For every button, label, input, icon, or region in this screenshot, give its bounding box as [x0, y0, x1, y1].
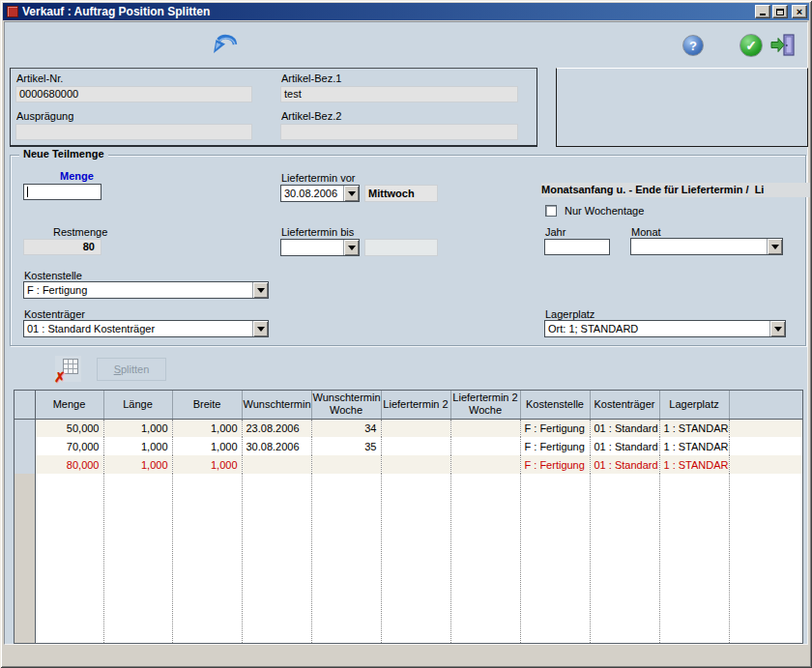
monat-label: Monat	[631, 226, 661, 238]
cell-lagerplatz: 1 : STANDARD	[659, 437, 729, 455]
minimize-button[interactable]	[755, 5, 770, 18]
cell-liefertermin2-woche	[450, 437, 520, 455]
jahr-input[interactable]	[544, 239, 610, 255]
artikel-bez2-label: Artikel-Bez.2	[281, 110, 341, 122]
table-row[interactable]: 70,000 1,000 1,000 30.08.2006 35 F : Fer…	[14, 437, 802, 455]
table-header-row: Menge Länge Breite Wunschtermin Wunschte…	[14, 391, 802, 419]
cell-wunschtermin	[242, 455, 311, 474]
cell-lagerplatz: 1 : STANDARD	[659, 419, 729, 437]
splitten-button[interactable]: Splitten	[97, 358, 166, 381]
cell-liefertermin2-woche	[450, 455, 520, 474]
col-header-menge: Menge	[35, 391, 103, 419]
col-header-filler	[729, 391, 802, 419]
kostenstelle-label: Kostenstelle	[24, 270, 82, 281]
col-header-lagerplatz: Lagerplatz	[659, 391, 729, 419]
col-header-wunschtermin: Wunschtermin	[242, 391, 311, 419]
chevron-down-icon	[771, 245, 779, 249]
artikel-bez1-field: test	[280, 86, 518, 102]
monat-combobox[interactable]	[630, 238, 783, 255]
nur-wochentage-checkbox[interactable]	[545, 205, 557, 217]
liefertermin-bis-weekday-field	[364, 239, 438, 256]
cell-liefertermin2	[381, 437, 450, 455]
liefertermin-bis-combobox[interactable]	[280, 239, 360, 256]
exit-icon	[770, 33, 797, 57]
cell-kostenstelle: F : Fertigung	[520, 437, 590, 455]
cell-wunschtermin-woche	[311, 455, 381, 474]
kostenstelle-value: F : Fertigung	[24, 282, 252, 298]
info-panel	[556, 68, 808, 147]
menge-input[interactable]	[23, 184, 102, 200]
cell-kostentraeger: 01 : Standard	[590, 455, 659, 474]
col-header-kostentraeger: Kostenträger	[590, 391, 659, 419]
liefertermin-vor-value: 30.08.2006	[281, 186, 343, 201]
cell-kostenstelle: F : Fertigung	[520, 419, 590, 437]
cell-breite: 1,000	[172, 437, 242, 455]
liefertermin-vor-combobox[interactable]: 30.08.2006	[280, 185, 360, 202]
col-header-liefertermin2: Liefertermin 2	[381, 391, 450, 419]
exit-button[interactable]	[770, 33, 797, 59]
chevron-down-icon	[257, 327, 265, 332]
titlebar[interactable]: Verkauf : Auftrag Position Splitten ×	[3, 3, 809, 20]
weekday-field: Mittwoch	[364, 185, 438, 202]
window-title: Verkauf : Auftrag Position Splitten	[22, 5, 753, 18]
maximize-icon	[776, 9, 784, 15]
help-button[interactable]: ?	[682, 35, 704, 56]
nur-wochentage-label: Nur Wochentage	[565, 205, 644, 217]
cell-laenge: 1,000	[103, 437, 172, 455]
kostentraeger-label: Kostenträger	[24, 308, 85, 320]
artikel-nr-field: 0000680000	[15, 86, 252, 102]
cell-wunschtermin: 30.08.2006	[242, 437, 311, 455]
dropdown-button[interactable]	[252, 321, 268, 336]
liefertermin-bis-value	[281, 240, 343, 255]
dropdown-button[interactable]	[343, 240, 359, 255]
lagerplatz-combobox[interactable]: Ort: 1; STANDARD	[544, 320, 786, 337]
maximize-button[interactable]	[772, 5, 788, 18]
table-row-highlighted[interactable]: 80,000 1,000 1,000 F : Fertigung 01 : St…	[14, 455, 802, 474]
delete-x-icon: ✗	[54, 369, 66, 385]
restmenge-field: 80	[23, 239, 102, 255]
cell-filler	[729, 437, 802, 455]
dropdown-button[interactable]	[252, 282, 268, 298]
delete-row-button[interactable]: ✗	[55, 356, 81, 382]
cell-menge: 50,000	[35, 419, 103, 437]
dropdown-button[interactable]	[767, 239, 782, 254]
menge-label: Menge	[60, 170, 94, 182]
undo-button[interactable]	[211, 31, 240, 60]
row-selector[interactable]	[14, 455, 35, 474]
cell-laenge: 1,000	[103, 419, 172, 437]
restmenge-label: Restmenge	[53, 226, 107, 238]
row-selector[interactable]	[14, 419, 35, 437]
liefertermin-bis-label: Liefertermin bis	[281, 226, 354, 238]
cell-filler	[729, 419, 802, 437]
col-header-liefertermin2-woche: Liefertermin 2 Woche	[450, 391, 520, 419]
cell-liefertermin2-woche	[450, 419, 520, 437]
kostentraeger-combobox[interactable]: 01 : Standard Kostenträger	[23, 320, 269, 337]
confirm-icon: ✓	[745, 38, 757, 53]
kostenstelle-combobox[interactable]: F : Fertigung	[23, 281, 269, 299]
artikel-bez2-field	[280, 124, 518, 140]
dropdown-button[interactable]	[769, 321, 785, 336]
lagerplatz-value: Ort: 1; STANDARD	[545, 321, 769, 336]
close-button[interactable]: ×	[792, 5, 807, 18]
cell-filler	[729, 455, 802, 474]
status-bar	[4, 646, 808, 664]
close-icon: ×	[797, 7, 802, 16]
auspraegung-field	[15, 124, 252, 140]
dropdown-button[interactable]	[343, 186, 359, 201]
app-window: Verkauf : Auftrag Position Splitten × ? …	[0, 0, 812, 668]
row-selector-header	[14, 391, 35, 419]
chevron-down-icon	[348, 246, 356, 250]
row-selector[interactable]	[14, 437, 35, 455]
neue-teilmenge-legend: Neue Teilmenge	[19, 148, 108, 160]
col-header-laenge: Länge	[103, 391, 172, 419]
table-empty-area	[14, 474, 802, 643]
text-caret	[27, 187, 28, 197]
cell-menge: 70,000	[35, 437, 103, 455]
cell-liefertermin2	[381, 419, 450, 437]
liefertermin-vor-label: Liefertermin vor	[281, 172, 355, 184]
col-header-kostenstelle: Kostenstelle	[520, 391, 590, 419]
table-row[interactable]: 50,000 1,000 1,000 23.08.2006 34 F : Fer…	[14, 419, 802, 437]
cell-breite: 1,000	[172, 455, 242, 474]
confirm-button[interactable]: ✓	[740, 34, 763, 57]
cell-liefertermin2	[381, 455, 450, 474]
